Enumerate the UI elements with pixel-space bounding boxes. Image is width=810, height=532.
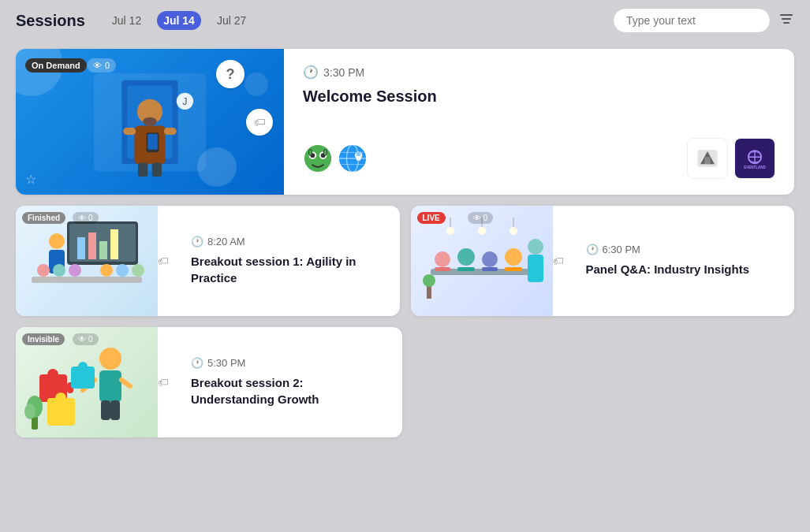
breakout1-illustration <box>24 214 150 308</box>
card-info-panel: 🕐 6:30 PM Panel Q&A: Industry Insights <box>573 233 795 288</box>
badge-on-demand: On Demand <box>25 58 87 73</box>
svg-point-57 <box>446 227 454 235</box>
svg-rect-43 <box>77 237 85 259</box>
page-title: Sessions <box>16 12 85 30</box>
featured-tag-icon[interactable]: 🏷 <box>246 109 273 136</box>
sponsor-logo-eventland: EVENTLAND <box>734 138 775 179</box>
svg-rect-22 <box>309 150 312 156</box>
svg-point-52 <box>69 264 81 277</box>
eye-icon-sm3: 👁 <box>78 335 86 344</box>
question-mark-icon: ? <box>216 60 244 88</box>
clock-icon-b1: 🕐 <box>191 236 203 247</box>
svg-rect-13 <box>123 128 136 135</box>
badge-invisible: Invisible <box>22 333 65 345</box>
views-badge-breakout2: 👁 0 <box>73 333 99 345</box>
date-jul14[interactable]: Jul 14 <box>157 11 201 30</box>
search-input[interactable] <box>613 8 771 33</box>
svg-rect-45 <box>99 241 107 259</box>
featured-title: Welcome Session <box>303 87 775 106</box>
svg-point-55 <box>132 264 144 277</box>
svg-rect-64 <box>435 267 450 271</box>
panel-illustration <box>419 214 545 308</box>
svg-rect-14 <box>164 128 177 135</box>
svg-text:J: J <box>182 95 187 106</box>
date-navigation: Jul 12 Jul 14 Jul 27 <box>106 11 252 30</box>
badge-finished: Finished <box>22 212 65 224</box>
svg-rect-68 <box>482 267 498 271</box>
svg-rect-66 <box>457 267 475 271</box>
session-card-breakout1[interactable]: Finished 👁 0 <box>16 206 400 316</box>
card-title-breakout1: Breakout session 1: Agility in Practice <box>191 254 387 286</box>
svg-rect-79 <box>101 400 110 420</box>
search-area <box>613 8 794 33</box>
session-card-panel[interactable]: LIVE 👁 0 <box>411 206 795 316</box>
svg-point-69 <box>505 248 522 266</box>
svg-point-71 <box>528 239 543 255</box>
svg-point-47 <box>49 233 65 249</box>
svg-rect-70 <box>505 267 522 271</box>
featured-footer: EVENTLAND <box>303 138 775 179</box>
svg-rect-16 <box>152 162 162 177</box>
svg-point-59 <box>478 227 486 235</box>
views-badge-panel: 👁 0 <box>468 212 494 224</box>
svg-point-82 <box>47 369 58 380</box>
svg-rect-12 <box>147 134 157 150</box>
date-jul12[interactable]: Jul 12 <box>106 11 147 30</box>
featured-time: 🕐 3:30 PM <box>303 65 775 80</box>
svg-rect-46 <box>110 229 118 259</box>
card-title-breakout2: Breakout session 2: Understanding Growth <box>191 375 390 407</box>
card-info-breakout2: 🕐 5:30 PM Breakout session 2: Understand… <box>178 346 402 419</box>
card-thumb-breakout1: Finished 👁 0 <box>16 206 158 316</box>
svg-line-78 <box>121 380 130 386</box>
views-badge-breakout1: 👁 0 <box>73 212 99 224</box>
tag-icon-panel[interactable]: 🏷 <box>553 255 564 267</box>
svg-point-50 <box>37 264 50 277</box>
svg-point-75 <box>99 348 121 370</box>
svg-rect-49 <box>32 277 142 283</box>
svg-point-53 <box>100 264 113 277</box>
eye-icon: 👁 <box>93 61 102 70</box>
svg-rect-76 <box>99 370 121 402</box>
svg-point-87 <box>78 362 88 371</box>
session-card-breakout2[interactable]: Invisible 👁 0 <box>16 327 402 437</box>
card-thumb-panel: LIVE 👁 0 <box>411 206 553 316</box>
filter-icon[interactable] <box>778 11 794 31</box>
sessions-grid: Finished 👁 0 <box>16 206 794 316</box>
svg-point-9 <box>143 117 157 125</box>
featured-star-icon[interactable]: ☆ <box>25 172 36 187</box>
card-info-breakout1: 🕐 8:20 AM Breakout session 1: Agility in… <box>178 225 400 297</box>
card-time-breakout2: 🕐 5:30 PM <box>191 357 390 369</box>
card-thumb-breakout2: Invisible 👁 0 <box>16 327 158 437</box>
tag-icon-breakout1[interactable]: 🏷 <box>158 255 169 267</box>
featured-avatars <box>303 143 368 173</box>
svg-point-17 <box>304 145 331 172</box>
featured-session-card[interactable]: J ? On Demand 👁 <box>16 49 794 195</box>
eye-icon-sm2: 👁 <box>473 214 481 222</box>
avatar-globe <box>338 143 368 173</box>
svg-point-90 <box>24 404 35 419</box>
date-jul27[interactable]: Jul 27 <box>211 11 252 30</box>
main-content: J ? On Demand 👁 <box>0 41 810 453</box>
svg-point-74 <box>423 274 435 287</box>
sponsor-logo-mn <box>687 138 728 179</box>
avatar-monster <box>303 143 333 173</box>
badge-live: LIVE <box>417 212 446 224</box>
svg-point-54 <box>116 264 129 277</box>
svg-point-85 <box>55 392 66 404</box>
svg-rect-80 <box>110 400 120 420</box>
sponsor-logos: EVENTLAND <box>687 138 775 179</box>
header: Sessions Jul 12 Jul 14 Jul 27 <box>0 0 810 41</box>
svg-rect-31 <box>356 156 361 161</box>
svg-point-63 <box>435 251 450 267</box>
card-time-breakout1: 🕐 8:20 AM <box>191 236 387 247</box>
svg-rect-44 <box>88 233 96 259</box>
svg-rect-35 <box>704 157 710 164</box>
tag-icon-breakout2[interactable]: 🏷 <box>158 376 169 389</box>
clock-icon-b2: 🕐 <box>191 357 203 369</box>
clock-icon-p: 🕐 <box>586 244 599 255</box>
svg-point-30 <box>356 151 361 156</box>
svg-point-65 <box>457 248 475 266</box>
svg-rect-15 <box>138 162 147 177</box>
featured-thumbnail: J ? On Demand 👁 <box>16 49 284 195</box>
clock-icon: 🕐 <box>303 65 319 80</box>
